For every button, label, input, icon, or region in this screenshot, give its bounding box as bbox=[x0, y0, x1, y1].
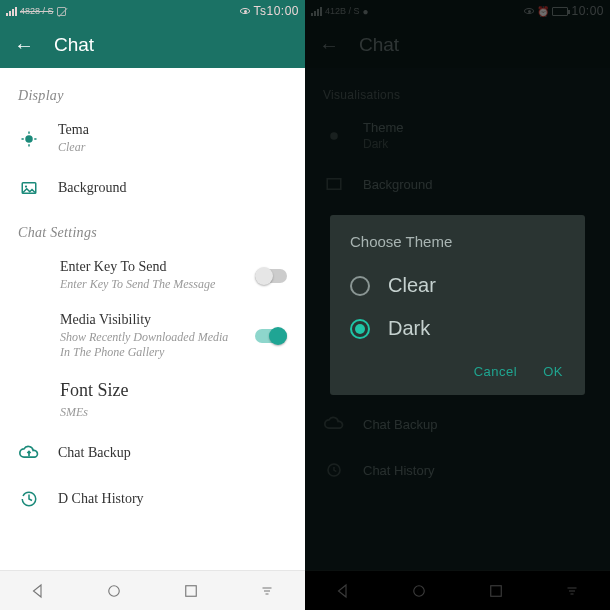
dialog-scrim[interactable]: Choose Theme Clear Dark Cancel OK bbox=[305, 0, 610, 610]
page-title: Chat bbox=[54, 34, 94, 56]
nav-back-icon[interactable] bbox=[29, 582, 47, 600]
app-bar: ← Chat bbox=[0, 22, 305, 68]
section-chat-settings: Chat Settings bbox=[0, 211, 305, 249]
row-background[interactable]: Background bbox=[0, 165, 305, 211]
eye-comfort-icon bbox=[240, 8, 250, 14]
media-vis-toggle[interactable] bbox=[255, 329, 287, 343]
radio-label-clear: Clear bbox=[388, 274, 436, 297]
theme-value: Clear bbox=[58, 140, 287, 155]
no-sim-icon bbox=[57, 7, 66, 16]
radio-icon bbox=[350, 276, 370, 296]
cancel-button[interactable]: Cancel bbox=[474, 364, 517, 379]
back-icon[interactable]: ← bbox=[14, 34, 34, 57]
media-vis-label: Media Visibility bbox=[60, 312, 237, 328]
font-size-value: SMEs bbox=[60, 405, 88, 420]
network-speed: 4828 / S bbox=[20, 6, 54, 16]
status-bar: 4828 / S Ts10:00 bbox=[0, 0, 305, 22]
theme-dialog: Choose Theme Clear Dark Cancel OK bbox=[330, 215, 585, 395]
nav-home-icon[interactable] bbox=[105, 582, 123, 600]
nav-bar bbox=[0, 570, 305, 610]
chat-history-label: D Chat History bbox=[58, 491, 287, 507]
section-display: Display bbox=[0, 74, 305, 112]
row-media-visibility[interactable]: Media Visibility Show Recently Downloade… bbox=[0, 302, 305, 370]
radio-option-dark[interactable]: Dark bbox=[330, 307, 585, 350]
enter-key-label: Enter Key To Send bbox=[60, 259, 237, 275]
settings-content: Display Tema Clear Background Chat Setti… bbox=[0, 68, 305, 570]
radio-option-clear[interactable]: Clear bbox=[330, 264, 585, 307]
clock: Ts10:00 bbox=[253, 4, 299, 18]
history-icon bbox=[18, 490, 40, 508]
svg-point-0 bbox=[25, 135, 33, 143]
enter-key-toggle[interactable] bbox=[255, 269, 287, 283]
svg-rect-4 bbox=[185, 585, 196, 596]
enter-key-sub: Enter Key To Send The Message bbox=[60, 277, 237, 292]
signal-icon bbox=[6, 7, 17, 16]
nav-menu-icon[interactable] bbox=[258, 582, 276, 600]
svg-point-2 bbox=[25, 185, 27, 187]
ok-button[interactable]: OK bbox=[543, 364, 563, 379]
nav-recent-icon[interactable] bbox=[182, 582, 200, 600]
theme-icon bbox=[18, 130, 40, 148]
font-size-label: Font Size bbox=[60, 380, 129, 401]
row-theme[interactable]: Tema Clear bbox=[0, 112, 305, 165]
theme-label: Tema bbox=[58, 122, 287, 138]
chat-backup-label: Chat Backup bbox=[58, 445, 287, 461]
svg-point-3 bbox=[109, 585, 120, 596]
screen-dark: 412B / S ● ⏰ 10:00 ← Chat Visualisations… bbox=[305, 0, 610, 610]
row-chat-backup[interactable]: Chat Backup bbox=[0, 430, 305, 476]
dialog-title: Choose Theme bbox=[330, 233, 585, 264]
background-label: Background bbox=[58, 180, 287, 196]
radio-icon bbox=[350, 319, 370, 339]
image-icon bbox=[18, 179, 40, 197]
cloud-upload-icon bbox=[18, 445, 40, 461]
row-font-size[interactable]: Font Size SMEs bbox=[0, 370, 305, 430]
row-chat-history[interactable]: D Chat History bbox=[0, 476, 305, 522]
media-vis-sub: Show Recently Downloaded Media In The Ph… bbox=[60, 330, 237, 360]
row-enter-key[interactable]: Enter Key To Send Enter Key To Send The … bbox=[0, 249, 305, 302]
radio-label-dark: Dark bbox=[388, 317, 430, 340]
screen-light: 4828 / S Ts10:00 ← Chat Display Tema Cle… bbox=[0, 0, 305, 610]
